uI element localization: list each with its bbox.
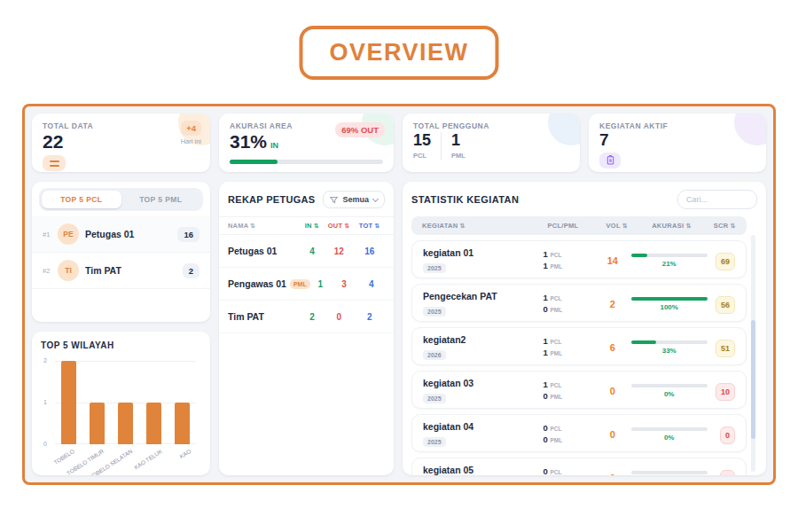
list-item[interactable]: #1 PE Petugas 01 16 bbox=[32, 216, 210, 253]
out-count: 3 bbox=[331, 279, 358, 289]
rank-label: #2 bbox=[43, 267, 51, 275]
bar bbox=[118, 403, 133, 444]
activity-name: kegiatan 03 bbox=[423, 378, 544, 388]
activity-name: Pengecekan PAT bbox=[423, 291, 544, 301]
sort-icon: ⇅ bbox=[345, 223, 350, 229]
dashboard-panel: TOTAL DATA 22 +4 Hari ini TOP 5 PCL TOP … bbox=[22, 104, 776, 485]
statistik-table-header: KEGIATAN ⇅ PCL/PML VOL ⇅ AKURASI ⇅ SCR ⇅ bbox=[411, 216, 747, 235]
activity-name: kegiatan 05 bbox=[423, 465, 544, 475]
delta-badge: +4 bbox=[181, 121, 201, 136]
akurasi-progress-bar bbox=[631, 471, 708, 474]
table-row[interactable]: Pengecekan PAT2025 1 PCL0 PML 2 100% 56 bbox=[411, 284, 747, 322]
rank-label: #1 bbox=[43, 231, 51, 239]
sort-icon: ⇅ bbox=[686, 223, 692, 229]
table-row[interactable]: kegiatan 042025 0 PCL0 PML 0 0% 0 bbox=[411, 414, 747, 452]
bar-series bbox=[55, 361, 196, 444]
search-input[interactable] bbox=[677, 190, 757, 209]
in-count: 1 bbox=[310, 279, 331, 289]
column-header-scr[interactable]: SCR ⇅ bbox=[708, 222, 736, 230]
funnel-icon bbox=[330, 196, 338, 204]
officer-name: Tim PAT bbox=[228, 311, 301, 322]
scrollbar-track[interactable] bbox=[751, 235, 755, 472]
akurasi-progress-bar bbox=[631, 384, 708, 387]
total-data-value: 22 bbox=[43, 130, 200, 153]
card-label: TOTAL PENGGUNA bbox=[413, 121, 569, 130]
score-badge: 0 bbox=[720, 426, 735, 444]
page-title: OVERVIEW bbox=[299, 26, 498, 80]
volume-value: 0 bbox=[594, 386, 631, 396]
column-header-akurasi[interactable]: AKURASI ⇅ bbox=[636, 222, 707, 230]
activity-name: kegiatan2 bbox=[423, 334, 544, 345]
table-row[interactable]: kegiatan 05 0 PCL PML 0 0% 0 bbox=[411, 458, 747, 475]
akurasi-progress-bar bbox=[230, 160, 383, 164]
tab-top5-pcl[interactable]: TOP 5 PCL bbox=[42, 191, 121, 208]
column-header-tot[interactable]: TOT ⇅ bbox=[354, 222, 385, 230]
tot-count: 4 bbox=[357, 279, 385, 289]
year-badge: 2026 bbox=[423, 350, 446, 360]
tot-count: 16 bbox=[354, 246, 385, 256]
filter-dropdown[interactable]: Semua bbox=[323, 191, 385, 208]
kegiatan-aktif-card: KEGIATAN AKTIF 7 bbox=[589, 113, 766, 172]
score-badge: 69 bbox=[716, 253, 735, 270]
activity-name: kegiatan 04 bbox=[423, 421, 544, 432]
table-row: Petugas 01 4 12 16 bbox=[219, 235, 394, 268]
table-row[interactable]: kegiatan 012025 1 PCL1 PML 14 21% 69 bbox=[411, 240, 747, 278]
akurasi-label: 33% bbox=[631, 347, 708, 355]
statistik-row-list: kegiatan 012025 1 PCL1 PML 14 21% 69 Pen… bbox=[411, 235, 757, 475]
volume-value: 0 bbox=[594, 429, 631, 440]
filter-value: Semua bbox=[342, 195, 369, 204]
volume-value: 6 bbox=[594, 342, 631, 353]
sort-icon: ⇅ bbox=[731, 223, 736, 229]
akurasi-progress-bar bbox=[631, 340, 708, 344]
pml-badge: PML bbox=[290, 279, 310, 289]
card-label: KEGIATAN AKTIF bbox=[599, 121, 755, 130]
score-badge: 51 bbox=[716, 340, 735, 357]
volume-value: 14 bbox=[594, 255, 631, 266]
scrollbar-thumb[interactable] bbox=[751, 320, 755, 439]
out-badge: 69% OUT bbox=[335, 122, 385, 137]
volume-value: 0 bbox=[594, 473, 631, 475]
akurasi-progress-bar bbox=[631, 297, 708, 301]
top5-tabbar: TOP 5 PCL TOP 5 PML bbox=[39, 188, 203, 211]
chevron-down-icon bbox=[372, 195, 379, 201]
akurasi-area-card: AKURASI AREA 31%IN 69% OUT bbox=[219, 113, 394, 172]
y-axis-tick: 0 bbox=[43, 441, 47, 447]
sort-icon: ⇅ bbox=[250, 223, 255, 229]
year-badge: 2025 bbox=[423, 394, 446, 403]
y-axis-tick: 1 bbox=[43, 399, 47, 405]
person-name: Tim PAT bbox=[85, 265, 176, 276]
akurasi-label: 0% bbox=[631, 434, 708, 442]
x-axis-labels: TOBELO TOBELO TIMUR TOBELO SELATAN KAO T… bbox=[55, 444, 201, 471]
tab-top5-pml[interactable]: TOP 5 PML bbox=[121, 191, 201, 208]
person-name: Petugas 01 bbox=[85, 229, 171, 239]
out-count: 0 bbox=[324, 312, 355, 322]
score-badge: 10 bbox=[716, 383, 735, 401]
table-row[interactable]: kegiatan22026 1 PCL1 PML 6 33% 51 bbox=[411, 327, 747, 365]
column-header-kegiatan[interactable]: KEGIATAN ⇅ bbox=[422, 222, 545, 230]
column-header-vol[interactable]: VOL ⇅ bbox=[598, 222, 636, 230]
list-item[interactable]: #2 TI Tim PAT 2 bbox=[32, 253, 210, 289]
total-data-card: TOTAL DATA 22 +4 Hari ini bbox=[32, 113, 210, 172]
akurasi-label: 0% bbox=[631, 390, 708, 398]
pml-label: PML bbox=[451, 152, 466, 160]
year-badge: 2025 bbox=[423, 307, 446, 317]
sort-icon: ⇅ bbox=[460, 223, 466, 229]
column-header-out[interactable]: OUT ⇅ bbox=[324, 222, 355, 230]
out-count: 12 bbox=[324, 246, 355, 256]
officer-name: Pengawas 01PML bbox=[228, 278, 310, 289]
column-header-nama[interactable]: NAMA ⇅ bbox=[228, 222, 301, 230]
in-count: 4 bbox=[301, 246, 324, 256]
avatar: PE bbox=[58, 223, 79, 245]
table-row[interactable]: kegiatan 032025 1 PCL0 PML 0 0% 10 bbox=[411, 371, 747, 409]
pcl-label: PCL bbox=[413, 152, 431, 160]
volume-value: 2 bbox=[594, 299, 631, 309]
bar bbox=[146, 403, 161, 444]
panel-title: REKAP PETUGAS bbox=[228, 194, 315, 205]
column-header-in[interactable]: IN ⇅ bbox=[301, 222, 324, 230]
panel-title: STATISTIK KEGIATAN bbox=[411, 194, 519, 205]
in-tag: IN bbox=[270, 141, 278, 150]
clipboard-icon bbox=[599, 153, 621, 168]
chart-title: TOP 5 WILAYAH bbox=[41, 340, 201, 350]
score-badge: 56 bbox=[716, 296, 735, 314]
top5-list: #1 PE Petugas 01 16 #2 TI Tim PAT 2 bbox=[32, 216, 210, 289]
